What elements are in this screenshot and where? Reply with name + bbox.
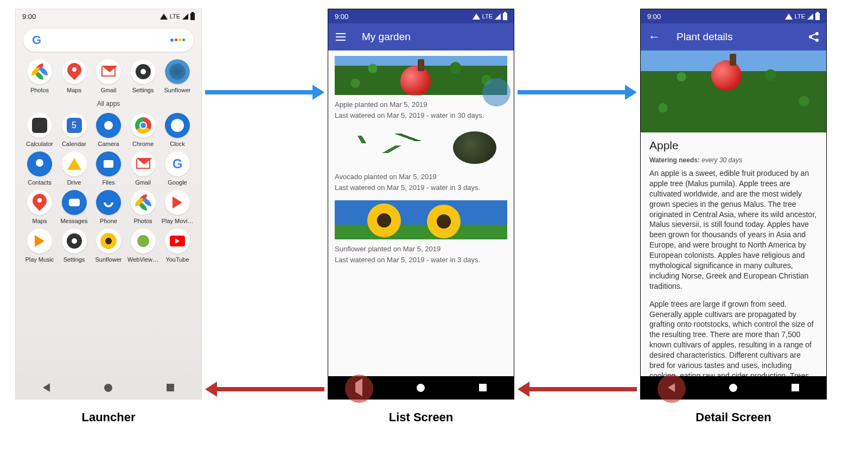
launcher-body: G Photos Maps Gmail Settings Sunflower A… bbox=[16, 23, 201, 376]
caption-detail: Detail Screen bbox=[640, 410, 827, 424]
app-bar: My garden bbox=[328, 23, 514, 50]
status-bar: 9:00 LTE bbox=[16, 9, 201, 23]
signal-icon bbox=[807, 14, 813, 20]
nav-back-icon[interactable] bbox=[43, 383, 50, 392]
apple-image bbox=[335, 56, 507, 95]
wifi-icon bbox=[160, 14, 168, 20]
signal-icon bbox=[495, 14, 501, 20]
caption-launcher: Launcher bbox=[15, 410, 202, 424]
plant-card-apple[interactable]: Apple planted on Mar 5, 2019 Last watere… bbox=[335, 56, 507, 121]
back-icon[interactable]: ← bbox=[648, 30, 660, 44]
favorites-row: Photos Maps Gmail Settings Sunflower bbox=[23, 59, 194, 93]
app-settings-2[interactable]: Settings bbox=[58, 229, 91, 263]
arrow-detail-to-list bbox=[518, 386, 637, 392]
avocado-image bbox=[335, 128, 507, 167]
description: An apple is a sweet, edible fruit produc… bbox=[649, 168, 818, 376]
app-calendar[interactable]: 5Calendar bbox=[58, 113, 91, 147]
search-bar[interactable]: G bbox=[23, 29, 194, 52]
app-files[interactable]: Files bbox=[92, 151, 125, 186]
status-time: 9:00 bbox=[22, 12, 36, 21]
share-icon[interactable] bbox=[809, 32, 819, 42]
appbar-title: Plant details bbox=[676, 31, 733, 43]
nav-recents-icon[interactable] bbox=[792, 384, 799, 391]
app-chrome[interactable]: Chrome bbox=[127, 113, 159, 147]
app-gmail-2[interactable]: Gmail bbox=[127, 151, 159, 186]
touch-indicator-list bbox=[482, 78, 510, 106]
battery-icon bbox=[503, 13, 507, 20]
touch-indicator-detail-back bbox=[658, 375, 686, 403]
nav-home-icon[interactable] bbox=[417, 384, 425, 392]
assistant-icon[interactable] bbox=[170, 39, 185, 42]
wifi-icon bbox=[785, 14, 793, 20]
arrow-list-to-launcher bbox=[205, 386, 324, 392]
lte-label: LTE bbox=[482, 13, 493, 20]
status-bar: 9:00 LTE bbox=[641, 9, 826, 23]
nav-home-icon[interactable] bbox=[729, 384, 737, 392]
signal-icon bbox=[182, 14, 188, 20]
detail-body[interactable]: Apple Watering needs: every 30 days An a… bbox=[641, 50, 826, 376]
status-icons: LTE bbox=[160, 13, 195, 20]
nav-home-icon[interactable] bbox=[104, 384, 112, 392]
app-phone[interactable]: Phone bbox=[92, 190, 125, 224]
app-row-3: Maps Messages Phone Photos Play Movi… bbox=[23, 190, 194, 224]
app-contacts[interactable]: Contacts bbox=[23, 151, 56, 186]
app-youtube[interactable]: YouTube bbox=[161, 229, 194, 263]
app-google[interactable]: GGoogle bbox=[161, 151, 194, 186]
app-maps[interactable]: Maps bbox=[58, 59, 91, 93]
plant-card-sunflower[interactable]: Sunflower planted on Mar 5, 2019 Last wa… bbox=[335, 200, 507, 265]
appbar-title: My garden bbox=[362, 31, 411, 43]
status-time: 9:00 bbox=[335, 12, 348, 21]
all-apps-label: All apps bbox=[23, 100, 194, 107]
arrow-list-to-detail bbox=[518, 90, 637, 95]
app-messages[interactable]: Messages bbox=[58, 190, 91, 224]
app-play-movies[interactable]: Play Movi… bbox=[161, 190, 194, 224]
app-clock[interactable]: Clock bbox=[161, 113, 194, 147]
app-camera[interactable]: Camera bbox=[92, 113, 125, 147]
app-photos[interactable]: Photos bbox=[23, 59, 56, 93]
plant-card-avocado[interactable]: Avocado planted on Mar 5, 2019 Last wate… bbox=[335, 128, 507, 193]
app-play-music[interactable]: Play Music bbox=[23, 229, 56, 263]
app-row-4: Play Music Settings Sunflower WebView… Y… bbox=[23, 229, 194, 263]
app-row-1: Calculator 5Calendar Camera Chrome Clock bbox=[23, 113, 194, 147]
app-drive[interactable]: Drive bbox=[58, 151, 91, 186]
google-logo-icon: G bbox=[32, 33, 41, 47]
lte-label: LTE bbox=[170, 13, 180, 20]
status-bar: 9:00 LTE bbox=[328, 9, 514, 23]
app-webview[interactable]: WebView… bbox=[127, 229, 159, 263]
list-screen: 9:00 LTE My garden Apple planted on Mar … bbox=[328, 9, 514, 400]
battery-icon bbox=[815, 13, 820, 20]
sunflower-image bbox=[335, 200, 507, 239]
nav-recents-icon[interactable] bbox=[167, 384, 174, 391]
card-text: Avocado planted on Mar 5, 2019 Last wate… bbox=[335, 172, 507, 193]
nav-recents-icon[interactable] bbox=[479, 384, 487, 391]
app-photos-2[interactable]: Photos bbox=[127, 190, 159, 224]
app-gmail[interactable]: Gmail bbox=[92, 59, 125, 93]
app-row-2: Contacts Drive Files Gmail GGoogle bbox=[23, 151, 194, 186]
app-sunflower-2[interactable]: Sunflower bbox=[92, 229, 125, 263]
wifi-icon bbox=[473, 14, 480, 20]
app-settings[interactable]: Settings bbox=[127, 59, 159, 93]
detail-screen: 9:00 LTE ← Plant details Apple Watering … bbox=[640, 9, 827, 400]
arrow-launcher-to-list bbox=[205, 90, 324, 95]
status-time: 9:00 bbox=[647, 12, 661, 21]
status-icons: LTE bbox=[785, 13, 820, 20]
app-maps-2[interactable]: Maps bbox=[23, 190, 56, 224]
touch-indicator-list-back bbox=[345, 375, 373, 403]
status-icons: LTE bbox=[473, 13, 507, 20]
card-text: Apple planted on Mar 5, 2019 Last watere… bbox=[335, 99, 507, 121]
watering-needs: Watering needs: every 30 days bbox=[649, 156, 818, 164]
lte-label: LTE bbox=[795, 13, 805, 20]
detail-content: Apple Watering needs: every 30 days An a… bbox=[641, 132, 826, 376]
launcher-screen: 9:00 LTE G Photos Maps Gmail Settings Su… bbox=[15, 9, 202, 400]
sunflower-app-icon bbox=[165, 59, 190, 84]
nav-bar bbox=[16, 376, 201, 399]
app-bar: ← Plant details bbox=[641, 23, 826, 50]
battery-icon bbox=[190, 13, 195, 20]
menu-icon[interactable] bbox=[336, 33, 346, 41]
plant-heading: Apple bbox=[649, 139, 818, 152]
app-calculator[interactable]: Calculator bbox=[23, 113, 56, 147]
hero-image bbox=[641, 50, 826, 132]
caption-list: List Screen bbox=[328, 410, 514, 424]
app-sunflower[interactable]: Sunflower bbox=[161, 59, 194, 93]
card-text: Sunflower planted on Mar 5, 2019 Last wa… bbox=[335, 244, 507, 265]
